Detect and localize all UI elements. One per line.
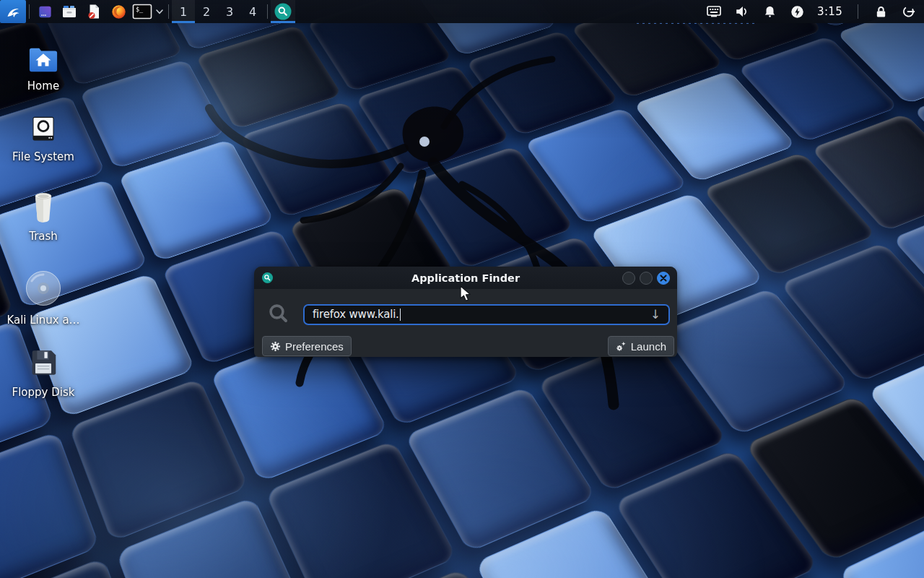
panel-left: $_ 1 2 3 4 [0,0,295,23]
workspace-1[interactable]: 1 [172,0,195,23]
mouse-cursor [459,285,472,303]
bell-icon [762,4,777,20]
workspace-2[interactable]: 2 [195,0,218,23]
desktop-icon-label: Home [6,80,81,92]
volume-control[interactable] [734,3,750,20]
desktop-icon-label: Floppy Disk [6,387,81,399]
launcher-file-manager[interactable] [57,0,82,23]
launcher-terminal[interactable]: $_ [131,0,154,23]
launcher-dropdown-button[interactable] [154,0,165,23]
applications-menu-button[interactable] [0,0,26,23]
panel-separator [168,4,169,19]
power-manager[interactable] [790,4,805,20]
search-input[interactable]: firefox www.kali. ↓ [303,304,670,325]
firefox-icon [110,4,127,20]
launcher-firefox[interactable] [106,0,131,23]
desktop-icon-home[interactable]: Home [6,42,81,92]
text-editor-icon [85,3,103,20]
panel-right: 3:15 [706,0,924,23]
lock-screen-button[interactable] [873,4,889,20]
desktop-icon-label: File System [6,151,81,163]
desktop-window-icon [37,4,53,20]
dialog-buttons: Preferences Launch [262,336,674,356]
application-finder-window: Application Finder firefox www.kali. ↓ [254,267,677,357]
preferences-button[interactable]: Preferences [262,336,352,356]
workspace-3[interactable]: 3 [218,0,241,23]
desktop-icon-label: Trash [6,230,81,243]
trash-can-icon [27,190,59,225]
search-input-value: firefox www.kali. [313,308,399,321]
maximize-button[interactable] [640,272,653,285]
taskbar-application-finder[interactable] [271,0,295,23]
search-icon [267,303,290,326]
workspace-4[interactable]: 4 [241,0,264,23]
desktop-icon-floppy-disk[interactable]: Floppy Disk [6,344,81,399]
text-caret [400,309,401,321]
desktop-icon-trash[interactable]: Trash [6,189,81,243]
window-controls [622,272,670,285]
application-finder-icon [274,2,292,21]
launcher-text-editor[interactable] [82,0,106,23]
gear-icon [270,341,281,352]
workspace-2-label: 2 [203,5,210,19]
optical-disc-icon [23,268,64,309]
power-battery-icon [790,4,805,20]
volume-icon [734,3,750,20]
home-folder-icon [27,43,60,74]
workspace-3-label: 3 [226,5,233,19]
floppy-disk-icon [27,345,60,380]
close-icon [660,275,667,282]
terminal-icon: $_ [132,3,152,20]
launcher-desktop-window[interactable] [32,0,57,23]
launch-button[interactable]: Launch [608,336,674,356]
panel-separator [267,4,268,19]
window-title: Application Finder [254,272,677,284]
desktop-icon-label: Kali Linux a… [6,314,81,327]
minimize-button[interactable] [622,272,635,285]
hard-drive-icon [28,113,58,145]
kali-logo-icon [4,3,22,20]
panel-separator [858,4,858,19]
launch-button-label: Launch [631,340,666,353]
desktop-icon-kali-linux[interactable]: Kali Linux a… [6,267,81,327]
clock[interactable]: 3:15 [817,5,842,18]
lock-icon [873,4,889,20]
svg-text:$_: $_ [136,6,144,13]
panel-separator [29,4,30,19]
workspace-4-label: 4 [249,5,256,19]
top-panel: $_ 1 2 3 4 [0,0,924,23]
preferences-button-label: Preferences [285,340,344,353]
search-row: firefox www.kali. ↓ [267,303,670,326]
log-out-icon [901,4,917,20]
history-dropdown-arrow-icon[interactable]: ↓ [650,309,661,321]
chevron-down-icon [155,8,164,15]
log-out-button[interactable] [901,4,917,20]
launch-icon [616,341,627,352]
notifications[interactable] [762,4,777,20]
workspace-1-label: 1 [180,5,187,19]
keyboard-indicator[interactable] [706,3,722,20]
desktop-icon-file-system[interactable]: File System [6,113,81,163]
file-manager-icon [61,3,78,20]
close-button[interactable] [657,272,670,285]
keyboard-icon [706,3,722,20]
